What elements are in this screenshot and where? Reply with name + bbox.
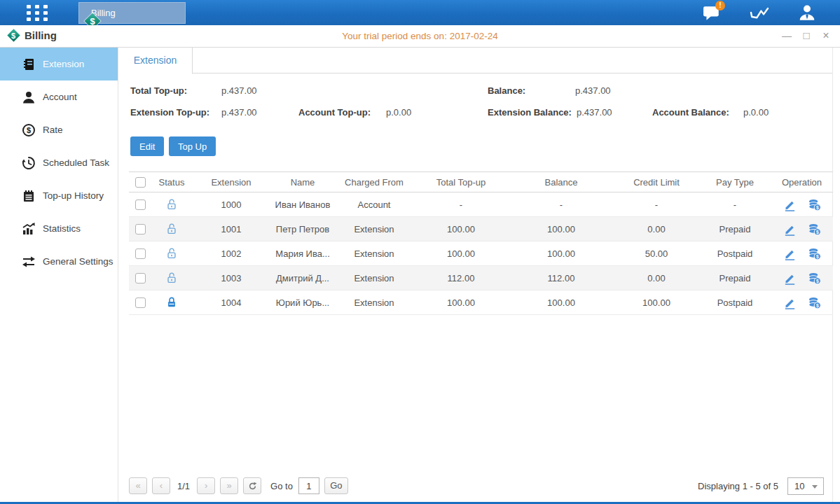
sidebar-item-label: Scheduled Task [43, 158, 109, 168]
user-icon[interactable] [795, 3, 819, 22]
last-page-icon[interactable]: » [220, 477, 238, 494]
extension-balance-value: p.437.00 [577, 107, 612, 118]
select-all-checkbox[interactable] [135, 177, 146, 188]
window-titlebar: $ Billing Your trial period ends on: 201… [0, 25, 840, 48]
name-cell: Петр Петров [270, 224, 335, 234]
close-icon[interactable]: × [820, 29, 832, 42]
page-size-value: 10 [794, 481, 804, 491]
locked-icon [165, 296, 178, 309]
balance-cell: 100.00 [509, 248, 614, 259]
maximize-icon[interactable]: □ [801, 29, 812, 42]
edit-pencil-icon[interactable] [783, 198, 797, 211]
table-row: 1002 Мария Ива... Extension 100.00 100.0… [129, 241, 833, 266]
extension-balance-label: Extension Balance: [488, 107, 572, 118]
prev-page-icon[interactable]: ‹ [152, 477, 170, 494]
total-topup-label: Total Top-up: [130, 85, 187, 96]
sidebar-item-label: General Settings [43, 256, 113, 267]
resource-monitor-icon[interactable] [748, 3, 771, 22]
table-header-row: Status Extension Name Charged From Total… [129, 172, 833, 192]
pay-type-cell: Postpaid [699, 298, 771, 308]
extension-cell: 1004 [192, 298, 270, 308]
rate-dollar-icon: $ [22, 123, 36, 137]
balance-cell: - [509, 200, 614, 210]
row-checkbox[interactable] [135, 224, 146, 234]
sidebar-item-rate[interactable]: $ Rate [0, 113, 118, 146]
name-cell: Мария Ива... [270, 248, 335, 259]
tab-bar: Extension [118, 48, 832, 74]
taskbar-tab-billing[interactable]: $ Billing [78, 2, 186, 24]
topup-coins-icon[interactable]: $ [808, 247, 821, 260]
charged-from-cell: Extension [335, 224, 413, 234]
credit-limit-cell: 100.00 [614, 298, 699, 308]
account-topup-label: Account Top-up: [298, 107, 371, 118]
charged-from-cell: Extension [335, 273, 413, 284]
sidebar-item-label: Statistics [43, 223, 81, 234]
table-row: 1004 Юрий Юрь... Extension 100.00 100.00… [129, 290, 833, 315]
col-credit-limit: Credit Limit [614, 177, 699, 188]
top-up-button[interactable]: Top Up [169, 136, 216, 156]
sidebar-item-topup-history[interactable]: Top-up History [0, 179, 118, 212]
account-balance-label: Account Balance: [652, 107, 729, 118]
scheduled-task-clock-icon [22, 156, 36, 170]
row-checkbox[interactable] [135, 298, 146, 308]
goto-label: Go to [270, 481, 293, 491]
pay-type-cell: Prepaid [699, 273, 771, 284]
chevron-down-icon [812, 485, 818, 489]
status-cell [151, 272, 192, 284]
edit-pencil-icon[interactable] [783, 296, 797, 309]
balance-cell: 100.00 [509, 224, 614, 234]
message-icon[interactable]: ! [700, 3, 724, 22]
next-page-icon[interactable]: › [197, 477, 215, 494]
sidebar-item-account[interactable]: Account [0, 80, 118, 113]
notification-badge: ! [715, 1, 725, 10]
sidebar-item-label: Extension [43, 59, 84, 69]
edit-pencil-icon[interactable] [783, 223, 797, 236]
credit-limit-cell: - [614, 200, 699, 210]
table-row: 1000 Иван Иванов Account - - - - $ [129, 192, 833, 217]
sidebar-item-scheduled-task[interactable]: Scheduled Task [0, 146, 118, 179]
first-page-icon[interactable]: « [129, 477, 147, 494]
edit-pencil-icon[interactable] [783, 272, 797, 285]
credit-limit-cell: 50.00 [614, 248, 699, 259]
extension-cell: 1002 [192, 248, 270, 259]
go-button[interactable]: Go [324, 477, 348, 494]
extension-cell: 1001 [192, 224, 270, 234]
credit-limit-cell: 0.00 [614, 273, 699, 284]
edit-button[interactable]: Edit [130, 136, 164, 156]
minimize-icon[interactable]: — [781, 29, 792, 42]
sidebar-item-label: Rate [43, 125, 63, 135]
app-grid-icon[interactable] [27, 5, 48, 21]
total-topup-cell: 100.00 [413, 224, 509, 234]
svg-text:$: $ [815, 302, 818, 308]
svg-text:$: $ [815, 204, 818, 210]
svg-text:$: $ [815, 229, 818, 234]
topup-coins-icon[interactable]: $ [808, 272, 821, 285]
balance-value: p.437.00 [575, 85, 611, 96]
trial-notice: Your trial period ends on: 2017-02-24 [0, 31, 840, 41]
topup-coins-icon[interactable]: $ [808, 198, 821, 211]
topup-coins-icon[interactable]: $ [808, 296, 821, 309]
row-checkbox[interactable] [135, 248, 146, 259]
row-checkbox[interactable] [135, 273, 146, 284]
goto-page-input[interactable] [298, 477, 319, 494]
page-size-dropdown[interactable]: 10 [787, 477, 824, 495]
tab-extension[interactable]: Extension [118, 48, 193, 74]
status-cell [151, 296, 192, 309]
col-pay-type: Pay Type [699, 177, 771, 188]
edit-pencil-icon[interactable] [783, 247, 797, 260]
extension-ledger-icon [22, 57, 36, 71]
row-checkbox[interactable] [135, 200, 146, 210]
sidebar-item-statistics[interactable]: Statistics [0, 212, 118, 245]
sidebar-item-general-settings[interactable]: General Settings [0, 245, 118, 278]
statistics-chart-icon [22, 222, 36, 236]
sidebar-item-extension[interactable]: Extension [0, 48, 118, 80]
unlocked-icon [165, 272, 178, 284]
refresh-icon[interactable] [243, 477, 261, 494]
col-status: Status [151, 177, 192, 188]
topup-coins-icon[interactable]: $ [808, 223, 821, 236]
col-total-topup: Total Top-up [413, 177, 509, 188]
name-cell: Юрий Юрь... [270, 298, 335, 308]
col-extension: Extension [192, 177, 270, 188]
status-cell [151, 223, 192, 235]
col-operation: Operation [771, 177, 833, 188]
